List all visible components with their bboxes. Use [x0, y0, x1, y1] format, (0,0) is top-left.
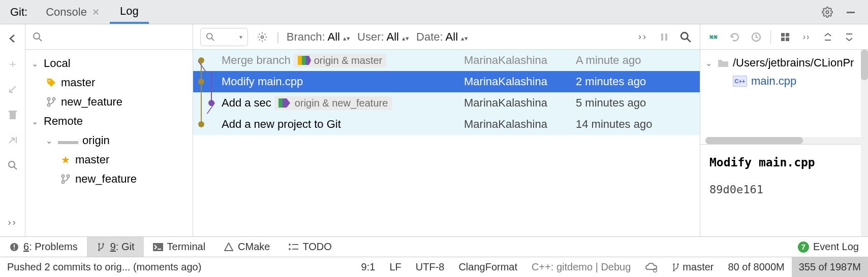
svg-point-35 [289, 244, 291, 246]
tool-problems[interactable]: 6: Problems [0, 237, 87, 257]
svg-point-14 [62, 181, 65, 184]
svg-point-13 [67, 175, 70, 178]
more-filters-icon[interactable]: ›› [636, 30, 650, 44]
tree-group-local[interactable]: ⌄ Local [32, 54, 193, 73]
svg-point-31 [102, 243, 104, 245]
filter-date[interactable]: Date: All ▴▾ [416, 30, 468, 44]
tool-cmake[interactable]: CMake [214, 237, 279, 257]
commit-row[interactable]: Add a sec origin & new_feature MarinaKal… [193, 92, 700, 114]
cherry-pick-icon[interactable] [706, 30, 721, 44]
commit-author: MarinaKalashina [464, 54, 576, 67]
svg-rect-28 [14, 245, 15, 248]
star-icon: ★ [60, 154, 71, 165]
changed-path[interactable]: ⌄ /Users/jetbrains/CLionPr [705, 54, 863, 72]
log-panel: ▾ | Branch: All ▴▾ User: All ▴▾ Date: Al… [193, 24, 700, 236]
changed-file[interactable]: C++ main.cpp [705, 72, 863, 90]
tree-group-remote[interactable]: ⌄ Remote [32, 112, 193, 131]
log-search[interactable]: ▾ [200, 28, 248, 46]
group-icon[interactable] [778, 30, 792, 44]
left-icon-rail: ＋ ›› [0, 24, 25, 236]
collapse-icon[interactable] [842, 30, 856, 44]
minimize-icon[interactable] [844, 5, 858, 19]
commit-subject: Modify main.cpp [222, 75, 303, 88]
branch-local-new-feature[interactable]: new_feature [32, 92, 193, 112]
tab-label: Log [120, 5, 139, 18]
commit-list: Merge branch origin & master MarinaKalas… [193, 50, 700, 236]
pause-icon[interactable] [657, 30, 671, 44]
tab-label: Console [46, 6, 87, 19]
gear-icon[interactable] [255, 30, 269, 44]
more-icon[interactable]: ›› [6, 215, 20, 229]
commit-author: MarinaKalashina [464, 75, 576, 88]
folder-icon [718, 58, 729, 67]
svg-point-8 [49, 80, 50, 82]
fetch-icon[interactable] [6, 82, 20, 96]
commit-details: ›› ⌄ /Users/jetbrains/CLionPr C++ main.c… [700, 24, 868, 236]
horizontal-scrollbar[interactable] [705, 137, 863, 144]
file-encoding[interactable]: UTF-8 [409, 261, 452, 273]
filter-user[interactable]: User: All ▴▾ [357, 30, 409, 44]
svg-point-20 [681, 32, 688, 39]
branch-icon [96, 242, 106, 252]
branch-local-master[interactable]: master [32, 73, 193, 92]
commit-row[interactable]: Modify main.cpp MarinaKalashina 2 minute… [193, 71, 700, 92]
svg-point-40 [673, 263, 675, 265]
find-icon[interactable] [678, 30, 693, 44]
filter-branch[interactable]: Branch: All ▴▾ [287, 30, 350, 44]
svg-point-32 [98, 249, 100, 251]
cmake-icon [224, 242, 234, 252]
svg-point-10 [53, 98, 55, 100]
caret-position[interactable]: 9:1 [354, 261, 383, 273]
group-label: Local [44, 57, 71, 70]
branch-remote-new-feature[interactable]: new_feature [32, 169, 193, 189]
notification-badge: 7 [798, 241, 809, 253]
tool-git[interactable]: 9: Git [87, 237, 144, 257]
expand-icon[interactable] [821, 30, 835, 44]
close-icon[interactable]: ✕ [92, 7, 100, 18]
terminal-icon [153, 242, 163, 252]
svg-rect-33 [153, 243, 163, 251]
remote-origin[interactable]: ⌄ ▬▬ origin [32, 131, 193, 150]
folder-icon: ▬▬ [58, 135, 78, 147]
vcs-branch[interactable]: master [665, 261, 721, 273]
chevron-down-icon: ⌄ [46, 136, 54, 146]
svg-point-37 [289, 248, 291, 250]
line-separator[interactable]: LF [382, 261, 408, 273]
code-style[interactable]: ClangFormat [451, 261, 524, 273]
deploy-icon[interactable] [638, 262, 665, 272]
status-bar: Pushed 2 commits to orig... (moments ago… [0, 257, 868, 277]
branch-remote-master[interactable]: ★ master [32, 150, 193, 169]
commit-time: 5 minutes ago [576, 96, 688, 110]
back-icon[interactable] [6, 31, 20, 46]
vertical-scrollbar[interactable] [861, 50, 868, 236]
tool-event-log[interactable]: 7 Event Log [789, 237, 868, 257]
revert-icon[interactable] [728, 30, 742, 44]
svg-rect-2 [10, 112, 16, 119]
history-icon[interactable] [749, 30, 763, 44]
memory-indicator-1[interactable]: 80 of 8000M [721, 261, 791, 273]
run-config[interactable]: C++: gitdemo | Debug [524, 261, 638, 273]
memory-indicator-2[interactable]: 355 of 1987M [792, 257, 868, 277]
svg-point-42 [673, 269, 675, 271]
gear-icon[interactable] [820, 5, 834, 19]
commit-row[interactable]: Add a new project to Git MarinaKalashina… [193, 114, 700, 135]
commit-row[interactable]: Merge branch origin & master MarinaKalas… [193, 50, 700, 71]
svg-rect-24 [786, 33, 789, 37]
svg-line-16 [212, 38, 214, 41]
tool-window-bar: 6: Problems 9: Git Terminal CMake TODO 7… [0, 236, 868, 257]
warning-icon [9, 242, 19, 252]
new-branch-icon[interactable]: ＋ [6, 57, 20, 71]
push-icon[interactable] [6, 133, 20, 147]
tab-log[interactable]: Log [110, 1, 149, 24]
svg-point-11 [48, 104, 50, 107]
branch-search[interactable] [25, 24, 193, 50]
commit-author: MarinaKalashina [464, 118, 576, 131]
more-icon[interactable]: ›› [799, 30, 814, 44]
tool-todo[interactable]: TODO [279, 237, 340, 257]
branch-label: new_feature [75, 172, 137, 186]
find-icon[interactable] [6, 158, 20, 172]
svg-rect-3 [9, 111, 17, 112]
tool-terminal[interactable]: Terminal [144, 237, 215, 257]
delete-icon[interactable] [6, 108, 20, 122]
tab-console[interactable]: Console ✕ [36, 1, 110, 24]
